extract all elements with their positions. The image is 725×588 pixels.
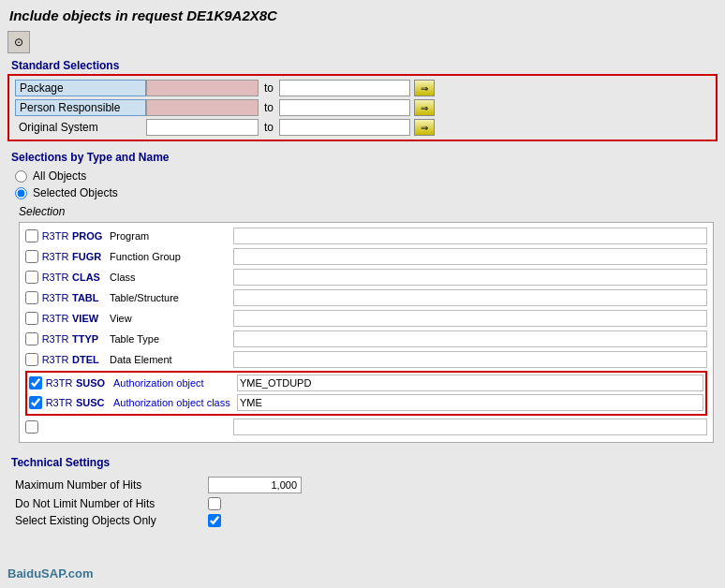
package-arrow-button[interactable]: ⇒ xyxy=(414,80,435,96)
obj-tag-6: R3TR xyxy=(40,354,70,365)
technical-settings-label: Technical Settings xyxy=(11,454,110,471)
obj-tag-3: R3TR xyxy=(40,292,70,303)
select-existing-label: Select Existing Objects Only xyxy=(15,514,202,527)
obj-checkbox-1[interactable] xyxy=(25,250,38,263)
all-objects-radio[interactable] xyxy=(15,170,27,183)
package-label: Package xyxy=(15,80,146,96)
obj-checkbox-3[interactable] xyxy=(25,291,38,304)
obj-desc-5: Table Type xyxy=(110,333,231,345)
obj-desc-8: Authorization object class xyxy=(113,397,235,408)
obj-desc-2: Class xyxy=(110,272,231,283)
obj-input-8[interactable] xyxy=(237,394,703,411)
obj-checkbox-7[interactable] xyxy=(29,376,42,390)
obj-input-5[interactable] xyxy=(233,331,707,347)
table-row: R3TRDTELData Element xyxy=(25,350,707,369)
obj-desc-3: Table/Structure xyxy=(110,292,231,303)
person-to-input[interactable] xyxy=(279,99,410,116)
original-arrow-button[interactable]: ⇒ xyxy=(414,119,435,136)
obj-input-1[interactable] xyxy=(233,248,707,265)
selected-objects-label: Selected Objects xyxy=(33,186,118,199)
obj-input-6[interactable] xyxy=(233,351,707,368)
do-not-limit-checkbox[interactable] xyxy=(208,497,221,510)
obj-type-7: SUSO xyxy=(76,377,111,389)
original-arrow-icon: ⇒ xyxy=(421,123,428,133)
package-to-label: to xyxy=(264,81,274,95)
obj-type-5: TTYP xyxy=(72,333,108,345)
obj-type-3: TABL xyxy=(72,292,108,303)
obj-input-4[interactable] xyxy=(233,310,707,327)
selections-type-label: Selections by Type and Name xyxy=(11,149,170,166)
table-row: R3TRFUGRFunction Group xyxy=(25,247,707,266)
clock-icon: ⊙ xyxy=(14,36,23,49)
select-existing-checkbox[interactable] xyxy=(208,514,221,527)
original-to-input[interactable] xyxy=(279,119,410,136)
obj-input-3[interactable] xyxy=(233,289,707,306)
person-arrow-icon: ⇒ xyxy=(421,103,428,113)
table-row: R3TRTABLTable/Structure xyxy=(25,288,707,307)
table-row: R3TRTTYPTable Type xyxy=(25,330,707,348)
person-responsible-input[interactable] xyxy=(146,99,259,116)
obj-desc-6: Data Element xyxy=(110,354,231,365)
obj-type-0: PROG xyxy=(72,230,108,242)
obj-type-2: CLAS xyxy=(72,272,108,283)
obj-input-2[interactable] xyxy=(233,269,707,286)
table-row: R3TRSUSOAuthorization object xyxy=(29,374,703,392)
page-title: Include objects in request DE1K9A2X8C xyxy=(9,7,277,23)
obj-type-1: FUGR xyxy=(72,251,108,262)
obj-desc-0: Program xyxy=(110,230,231,242)
highlighted-rows-group: R3TRSUSOAuthorization objectR3TRSUSCAuth… xyxy=(25,371,707,416)
obj-desc-1: Function Group xyxy=(110,251,231,262)
obj-type-8: SUSC xyxy=(76,397,111,408)
max-hits-label: Maximum Number of Hits xyxy=(15,478,202,492)
obj-checkbox-5[interactable] xyxy=(25,332,38,345)
standard-selections-label: Standard Selections xyxy=(11,57,119,74)
obj-input-0[interactable] xyxy=(233,228,707,244)
obj-checkbox-2[interactable] xyxy=(25,271,38,284)
obj-type-6: DTEL xyxy=(72,354,108,365)
package-input[interactable] xyxy=(146,80,259,96)
watermark: BaiduSAP.com xyxy=(7,566,94,581)
table-row xyxy=(25,418,707,436)
obj-checkbox-8[interactable] xyxy=(29,396,42,409)
table-row: R3TRSUSCAuthorization object class xyxy=(29,393,703,412)
obj-desc-7: Authorization object xyxy=(113,377,235,389)
table-row: R3TRVIEWView xyxy=(25,309,707,328)
clock-button[interactable]: ⊙ xyxy=(7,31,30,53)
obj-checkbox-6[interactable] xyxy=(25,353,38,366)
obj-tag-0: R3TR xyxy=(40,230,70,242)
person-responsible-label: Person Responsible xyxy=(15,99,146,116)
original-system-label: Original System xyxy=(15,119,146,136)
package-to-input[interactable] xyxy=(279,80,410,96)
selected-objects-radio[interactable] xyxy=(15,187,27,199)
all-objects-label: All Objects xyxy=(33,169,86,183)
obj-tag-5: R3TR xyxy=(40,333,70,345)
table-row: R3TRCLASClass xyxy=(25,268,707,287)
package-arrow-icon: ⇒ xyxy=(421,83,428,94)
obj-tag-2: R3TR xyxy=(40,272,70,283)
obj-input-7[interactable] xyxy=(237,375,703,391)
obj-tag-8: R3TR xyxy=(44,397,74,408)
obj-checkbox-4[interactable] xyxy=(25,312,38,325)
do-not-limit-label: Do Not Limit Number of Hits xyxy=(15,497,202,510)
obj-tag-1: R3TR xyxy=(40,251,70,262)
max-hits-input[interactable] xyxy=(208,477,302,493)
obj-desc-4: View xyxy=(110,313,231,324)
obj-type-4: VIEW xyxy=(72,313,108,324)
person-arrow-button[interactable]: ⇒ xyxy=(414,99,435,116)
selection-col-header: Selection xyxy=(19,205,714,218)
obj-checkbox-9[interactable] xyxy=(25,420,38,434)
table-row: R3TRPROGProgram xyxy=(25,227,707,245)
obj-tag-4: R3TR xyxy=(40,313,70,324)
obj-input-9[interactable] xyxy=(233,419,707,435)
original-to-label: to xyxy=(264,121,274,134)
person-to-label: to xyxy=(264,101,274,114)
original-system-input[interactable] xyxy=(146,119,259,136)
obj-tag-7: R3TR xyxy=(44,377,74,389)
obj-checkbox-0[interactable] xyxy=(25,229,38,243)
